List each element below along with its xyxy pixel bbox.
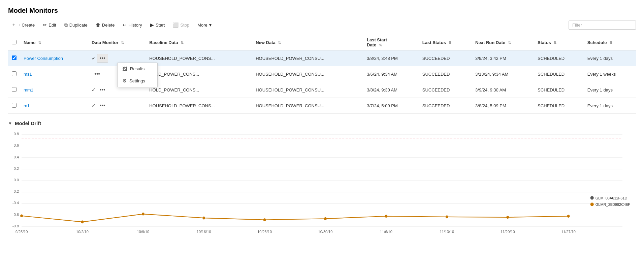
row-last-status-cell: SUCCEEDED [419,82,472,98]
table-wrap: Name ⇅ Data Monitor ⇅ Baseline Data ⇅ Ne… [8,35,636,114]
svg-point-31 [142,213,144,216]
svg-point-35 [385,215,387,218]
row-last-status-cell: SUCCEEDED [419,66,472,82]
page-title: Model Monitors [8,7,636,14]
svg-text:0.4: 0.4 [14,155,19,159]
monitors-table: Name ⇅ Data Monitor ⇅ Baseline Data ⇅ Ne… [8,35,636,114]
row-new-data-cell: HOUSEHOLD_POWER_CONSU... [252,66,363,82]
table-header-row: Name ⇅ Data Monitor ⇅ Baseline Data ⇅ Ne… [8,35,636,50]
row-dots-button-4[interactable]: ••• [97,101,108,110]
row-checkbox-2[interactable] [12,71,17,76]
row-name-link-2[interactable]: ms1 [24,72,32,77]
data-monitor-sort-icon: ⇅ [121,41,124,45]
row-status-cell: SCHEDULED [534,98,584,114]
stop-icon: ⬜ [173,22,179,28]
edit-button[interactable]: ✏ Edit [39,20,59,30]
context-results-item[interactable]: 🖼 Results [118,63,157,75]
data-monitor-check: ✓ [92,103,96,108]
settings-icon: ⚙ [122,78,127,84]
chart-area: 0.8 0.6 0.4 0.2 0.0 -0.2 -0.4 -0.6 -0.8 [8,129,636,233]
svg-text:0.6: 0.6 [14,143,19,147]
select-all-checkbox[interactable] [12,40,17,44]
drift-header[interactable]: ▼ Model Drift [8,120,636,126]
col-baseline-data[interactable]: Baseline Data ⇅ [146,35,252,50]
select-all-checkbox-col[interactable] [8,35,20,50]
stop-button[interactable]: ⬜ Stop [169,20,193,30]
edit-icon: ✏ [43,22,47,28]
row-name-link-3[interactable]: mm1 [24,87,33,92]
table-row: m1 ✓ ••• HOUSEHOLD_POWER_CONS... HOUSEHO… [8,98,636,114]
row-checkbox-4[interactable] [12,103,17,108]
row-last-start-date-cell: 3/8/24, 9:30 AM [363,82,419,98]
col-new-data[interactable]: New Data ⇅ [252,35,363,50]
svg-text:-0.8: -0.8 [12,224,19,228]
row-checkbox-1[interactable] [12,55,17,60]
duplicate-button[interactable]: ⧉ Duplicate [61,20,91,30]
svg-text:GLMR_25D982C46F: GLMR_25D982C46F [595,202,630,206]
col-last-start-date[interactable]: Last StartDate ⇅ [363,35,419,50]
svg-text:0.8: 0.8 [14,132,19,136]
more-button[interactable]: More ▾ [194,20,215,30]
row-checkbox-3[interactable] [12,87,17,92]
row-name-link-4[interactable]: m1 [24,103,30,108]
row-schedule-cell: Every 1 days [584,50,636,66]
svg-text:-0.6: -0.6 [12,212,19,216]
more-chevron-icon: ▾ [209,22,212,28]
last-start-sort-icon: ⇅ [379,43,382,47]
filter-input[interactable] [569,21,636,30]
svg-text:-0.4: -0.4 [12,201,19,205]
svg-point-33 [263,218,266,221]
svg-point-39 [590,196,594,200]
row-dots-button-2[interactable]: ••• [92,70,103,78]
row-name-cell: Power Consumption [20,50,88,66]
col-name[interactable]: Name ⇅ [20,35,88,50]
status-sort-icon: ⇅ [553,41,556,45]
svg-text:10/30/10: 10/30/10 [318,230,333,233]
row-dots-button-1[interactable]: ••• [97,54,108,63]
svg-point-29 [20,214,23,217]
context-menu: 🖼 Results ⚙ Settings [117,63,158,87]
row-name-cell: ms1 [20,66,88,82]
context-settings-item[interactable]: ⚙ Settings [118,75,157,87]
row-next-run-date-cell: 3/9/24, 3:42 PM [472,50,534,66]
svg-text:9/25/10: 9/25/10 [15,230,28,233]
row-schedule-cell: Every 1 days [584,82,636,98]
row-next-run-date-cell: 3/9/24, 9:30 AM [472,82,534,98]
new-data-sort-icon: ⇅ [278,41,281,45]
create-button[interactable]: ＋ + Create [8,20,38,30]
col-last-status[interactable]: Last Status ⇅ [419,35,472,50]
row-name-link-1[interactable]: Power Consumption [24,56,63,61]
settings-label: Settings [129,78,145,83]
row-last-start-date-cell: 3/6/24, 9:34 AM [363,66,419,82]
svg-text:-0.2: -0.2 [12,189,19,193]
col-data-monitor[interactable]: Data Monitor ⇅ [88,35,146,50]
drift-chart: 0.8 0.6 0.4 0.2 0.0 -0.2 -0.4 -0.6 -0.8 [8,129,636,233]
row-baseline-cell: HOLD_POWER_CONS... [146,66,252,82]
svg-text:10/16/10: 10/16/10 [197,230,211,233]
col-next-run-date[interactable]: Next Run Date ⇅ [472,35,534,50]
col-schedule[interactable]: Schedule ⇅ [584,35,636,50]
svg-text:10/23/10: 10/23/10 [257,230,272,233]
row-next-run-date-cell: 3/13/24, 9:34 AM [472,66,534,82]
svg-text:11/27/10: 11/27/10 [561,230,576,233]
delete-icon: 🗑 [96,22,100,28]
drift-chevron-icon: ▼ [8,121,12,126]
svg-point-30 [81,221,84,224]
col-status[interactable]: Status ⇅ [534,35,584,50]
toolbar: ＋ + Create ✏ Edit ⧉ Duplicate 🗑 Delete ↩… [8,20,636,30]
start-button[interactable]: ▶ Start [147,20,168,30]
row-new-data-cell: HOUSEHOLD_POWER_CONSU... [252,50,363,66]
history-button[interactable]: ↩ History [119,20,145,30]
data-monitor-check: ✓ [92,55,96,61]
row-new-data-cell: HOUSEHOLD_POWER_CONSU... [252,82,363,98]
row-dots-button-3[interactable]: ••• [97,85,108,94]
svg-text:11/13/10: 11/13/10 [440,230,454,233]
row-new-data-cell: HOUSEHOLD_POWER_CONSU... [252,98,363,114]
row-baseline-cell: HOUSEHOLD_POWER_CONS... [146,50,252,66]
duplicate-icon: ⧉ [64,22,68,28]
svg-point-36 [446,216,448,219]
table-row: mm1 ✓ ••• HOLD_POWER_CONS... HOUSEHOLD_P… [8,82,636,98]
row-baseline-cell: HOUSEHOLD_POWER_CONS... [146,98,252,114]
delete-button[interactable]: 🗑 Delete [92,20,118,30]
drift-title: Model Drift [15,120,41,126]
